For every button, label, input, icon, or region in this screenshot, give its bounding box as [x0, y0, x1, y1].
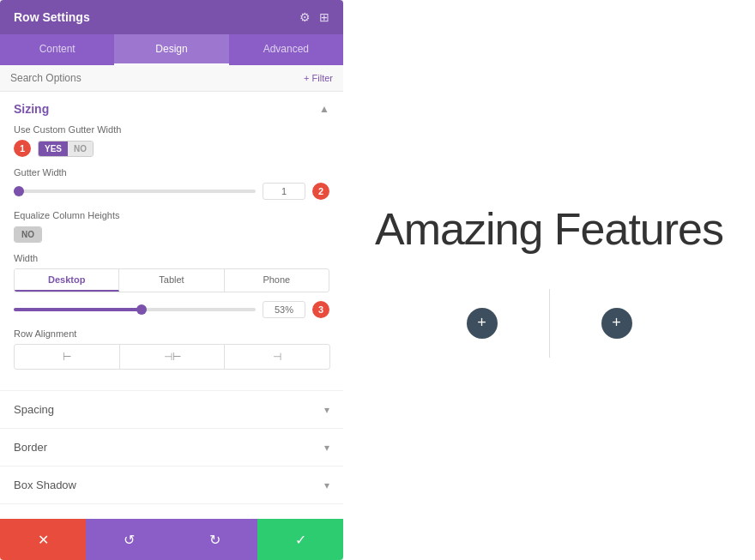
layout-icon[interactable]: ⊞ — [319, 10, 329, 24]
border-section[interactable]: Border ▾ — [0, 428, 343, 466]
gutter-slider-thumb[interactable] — [14, 186, 24, 196]
border-arrow: ▾ — [324, 442, 329, 454]
confirm-button[interactable]: ✓ — [257, 519, 343, 560]
redo-button[interactable]: ↻ — [172, 519, 257, 560]
undo-icon: ↺ — [124, 532, 135, 548]
panel-footer: ✕ ↺ ↻ ✓ — [0, 519, 343, 560]
add-module-right-button[interactable]: + — [601, 308, 632, 339]
column-divider — [549, 289, 550, 358]
cancel-button[interactable]: ✕ — [0, 519, 86, 560]
tab-content[interactable]: Content — [0, 34, 114, 65]
box-shadow-label: Box Shadow — [14, 479, 76, 491]
panel-title: Row Settings — [14, 10, 90, 24]
align-center-btn[interactable]: ⊣⊢ — [119, 344, 226, 370]
content-row: + + — [467, 289, 632, 358]
sizing-section: Sizing ▲ Use Custom Gutter Width 1 YES N… — [0, 92, 343, 390]
gutter-width-slider-field: Gutter Width 1 2 — [14, 167, 329, 200]
width-slider-track[interactable] — [14, 308, 256, 311]
row-alignment-label: Row Alignment — [14, 328, 329, 339]
gutter-slider-track[interactable] — [14, 190, 256, 193]
tab-tablet[interactable]: Tablet — [119, 269, 224, 292]
plus-right-icon: + — [612, 314, 621, 332]
border-label: Border — [14, 441, 47, 454]
panel-header: Row Settings ⚙ ⊞ — [0, 0, 343, 34]
tab-phone[interactable]: Phone — [225, 269, 329, 292]
toggle-yes[interactable]: YES — [39, 142, 68, 156]
spacing-label: Spacing — [14, 403, 54, 416]
redo-icon: ↻ — [209, 532, 220, 548]
width-field: Width Desktop Tablet Phone 53% 3 — [14, 253, 329, 318]
filter-button[interactable]: + Filter — [304, 73, 333, 83]
gutter-width-field: Use Custom Gutter Width 1 YES NO — [14, 124, 329, 157]
toggle-no[interactable]: NO — [68, 142, 93, 156]
spacing-arrow: ▾ — [324, 404, 329, 416]
settings-icon[interactable]: ⚙ — [299, 10, 311, 24]
badge-2: 2 — [312, 183, 329, 200]
width-label: Width — [14, 253, 329, 263]
equalize-no[interactable]: NO — [15, 227, 41, 242]
undo-button[interactable]: ↺ — [86, 519, 172, 560]
filters-section[interactable]: Filters ▾ — [0, 503, 343, 519]
gutter-label: Use Custom Gutter Width — [14, 124, 329, 135]
equalize-toggle[interactable]: NO — [14, 226, 42, 243]
panel-tabs: Content Design Advanced — [0, 34, 343, 65]
box-shadow-arrow: ▾ — [324, 479, 329, 491]
panel-header-icons: ⚙ ⊞ — [299, 10, 329, 24]
tab-desktop[interactable]: Desktop — [15, 269, 119, 292]
gutter-toggle[interactable]: YES NO — [38, 141, 94, 157]
gutter-slider-container: 1 2 — [14, 183, 329, 200]
equalize-label: Equalize Column Heights — [14, 210, 329, 220]
box-shadow-section[interactable]: Box Shadow ▾ — [0, 466, 343, 503]
width-slider-fill — [14, 308, 142, 311]
sizing-section-header[interactable]: Sizing ▲ — [14, 102, 329, 116]
badge-3: 3 — [312, 301, 329, 318]
sizing-collapse-icon[interactable]: ▲ — [319, 103, 329, 115]
device-tabs: Desktop Tablet Phone — [14, 268, 329, 292]
cancel-icon: ✕ — [38, 532, 49, 548]
width-slider-thumb[interactable] — [136, 304, 147, 315]
equalize-field: Equalize Column Heights NO — [14, 210, 329, 243]
sizing-title: Sizing — [14, 102, 49, 116]
content-area: Amazing Features + + — [343, 0, 755, 560]
width-slider-container: 53% 3 — [14, 301, 329, 318]
plus-left-icon: + — [477, 314, 486, 332]
spacing-section[interactable]: Spacing ▾ — [0, 390, 343, 428]
row-alignment-field: Row Alignment ⊢ ⊣⊢ ⊣ — [14, 328, 329, 370]
align-left-btn[interactable]: ⊢ — [14, 344, 120, 370]
amazing-features-heading: Amazing Features — [375, 203, 723, 255]
search-input[interactable] — [10, 72, 304, 84]
badge-1: 1 — [14, 140, 31, 157]
row-settings-panel: Row Settings ⚙ ⊞ Content Design Advanced… — [0, 0, 343, 560]
panel-body: Sizing ▲ Use Custom Gutter Width 1 YES N… — [0, 92, 343, 519]
confirm-icon: ✓ — [295, 532, 306, 548]
alignment-buttons: ⊢ ⊣⊢ ⊣ — [14, 344, 329, 370]
tab-advanced[interactable]: Advanced — [229, 34, 343, 65]
add-module-left-button[interactable]: + — [467, 308, 498, 339]
gutter-value-input[interactable]: 1 — [263, 183, 305, 200]
search-bar: + Filter — [0, 65, 343, 92]
width-value-input[interactable]: 53% — [263, 301, 305, 318]
tab-design[interactable]: Design — [114, 34, 228, 65]
gutter-width-label: Gutter Width — [14, 167, 329, 178]
align-right-btn[interactable]: ⊣ — [224, 344, 330, 370]
